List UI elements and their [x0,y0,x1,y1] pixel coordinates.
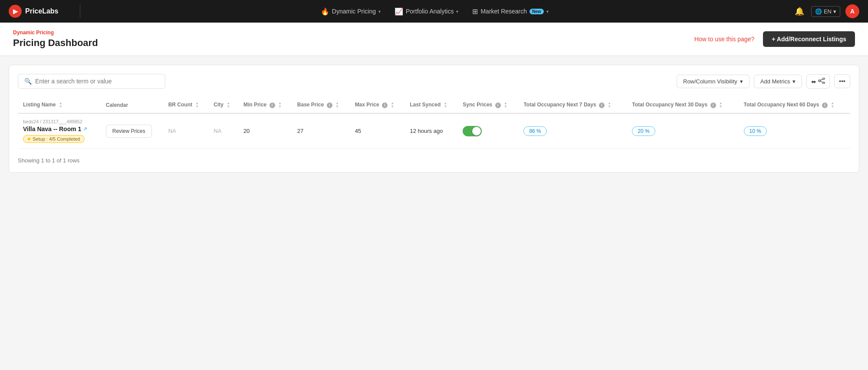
info-icon[interactable]: i [270,102,275,108]
info-icon[interactable]: i [822,102,828,108]
th-min-price-label: Min Price [243,102,266,108]
sort-arrows: ▲▼ [831,102,834,109]
th-occ-7[interactable]: Total Occupancy Next 7 Days i ▲▼ [518,97,627,113]
table-header: Listing Name ▲▼ Calendar BR Count ▲▼ Cit… [18,97,850,113]
cell-occ-30: 20 % [627,113,738,149]
th-occ-30-label: Total Occupancy Next 30 Days [632,102,707,108]
nav-item-portfolio-analytics[interactable]: 📈 Portfolio Analytics ▾ [389,5,464,18]
sort-arrows: ▲▼ [719,102,723,109]
sort-arrows: ▲▼ [444,102,447,109]
br-count-value: NA [168,128,176,134]
add-reconnect-listings-button[interactable]: + Add/Reconnect Listings [763,31,855,47]
listing-id: beds24 / 231317___489852 [23,119,95,124]
language-selector[interactable]: 🌐 EN ▾ [811,6,840,17]
occ-60-value: 10 % [744,126,767,136]
page-header: Dynamic Pricing Pricing Dashboard How to… [0,23,868,56]
flame-icon: 🔥 [321,7,329,16]
row-column-visibility-button[interactable]: Row/Column Visibility ▾ [677,75,750,88]
base-price-value: 27 [297,128,303,134]
logo-text: PriceLabs [25,7,58,15]
sync-prices-toggle[interactable] [463,126,482,136]
cell-max-price: 45 [350,113,405,149]
share-icon: ⬌ [811,78,816,85]
th-occ-7-label: Total Occupancy Next 7 Days [523,102,596,108]
showing-text: Showing 1 to 1 of 1 rows [18,157,79,164]
row-column-visibility-label: Row/Column Visibility [683,78,737,85]
nav-portfolio-analytics-label: Portfolio Analytics [406,8,454,15]
info-icon[interactable]: i [382,102,388,108]
search-box[interactable]: 🔍 [18,74,165,89]
svg-point-2 [819,80,820,82]
nav-market-research-label: Market Research [480,8,527,15]
user-avatar[interactable]: A [845,4,859,18]
analytics-icon: 📈 [395,7,403,16]
ellipsis-icon: ••• [839,78,845,85]
cell-listing-name: beds24 / 231317___489852 Villa Nava -- R… [18,113,101,149]
globe-icon: 🌐 [815,8,822,15]
external-link-icon[interactable]: ↗ [83,126,87,132]
info-icon[interactable]: i [327,102,332,108]
how-to-link[interactable]: How to use this page? [694,36,755,43]
svg-line-4 [820,81,823,82]
th-max-price[interactable]: Max Price i ▲▼ [350,97,405,113]
main-content: 🔍 Row/Column Visibility ▾ Add Metrics ▾ … [0,56,868,182]
th-min-price[interactable]: Min Price i ▲▼ [238,97,292,113]
cell-br-count: NA [163,113,209,149]
th-listing-name-label: Listing Name [23,102,56,108]
table-row: beds24 / 231317___489852 Villa Nava -- R… [18,113,850,149]
th-sync-prices[interactable]: Sync Prices i ▲▼ [457,97,518,113]
listing-name: Villa Nava -- Room 1 ↗ [23,126,95,132]
chevron-down-icon: ▾ [833,8,836,15]
th-occ-30[interactable]: Total Occupancy Next 30 Days i ▲▼ [627,97,738,113]
setup-badge-dot [28,138,30,140]
sort-arrows: ▲▼ [504,102,507,109]
add-metrics-label: Add Metrics [760,78,790,85]
chevron-down-icon: ▾ [378,9,381,14]
search-icon: 🔍 [24,78,32,85]
dashboard-card: 🔍 Row/Column Visibility ▾ Add Metrics ▾ … [9,65,859,173]
th-occ-60[interactable]: Total Occupancy Next 60 Days i ▲▼ [739,97,850,113]
lang-label: EN [824,8,832,15]
th-last-synced[interactable]: Last Synced ▲▼ [405,97,458,113]
cell-calendar: Review Prices [101,113,163,149]
info-icon[interactable]: i [599,102,605,108]
th-city[interactable]: City ▲▼ [208,97,238,113]
th-last-synced-label: Last Synced [410,102,441,108]
toolbar-right: Row/Column Visibility ▾ Add Metrics ▾ ⬌ [677,74,850,89]
nav-dynamic-pricing-label: Dynamic Pricing [332,8,376,15]
th-max-price-label: Max Price [355,102,379,108]
table-wrapper: Listing Name ▲▼ Calendar BR Count ▲▼ Cit… [18,97,850,149]
info-icon[interactable]: i [710,102,716,108]
review-prices-button[interactable]: Review Prices [106,125,152,138]
bell-icon[interactable]: 🔔 [793,5,806,18]
user-initial: A [850,8,855,15]
add-metrics-button[interactable]: Add Metrics ▾ [754,75,802,88]
info-icon[interactable]: i [495,102,501,108]
new-badge: New [529,9,544,14]
share-button[interactable]: ⬌ [806,74,830,89]
setup-badge[interactable]: Setup : 4/5 Completed [23,135,85,143]
svg-point-0 [823,78,825,79]
sort-arrows: ▲▼ [59,102,62,109]
chevron-down-icon: ▾ [740,78,743,85]
page-header-left: Dynamic Pricing Pricing Dashboard [13,30,98,49]
th-calendar-label: Calendar [106,102,128,108]
last-synced-value: 12 hours ago [410,128,443,134]
search-input[interactable] [35,78,159,85]
nav-item-market-research[interactable]: ⊞ Market Research New ▾ [467,5,553,18]
th-base-price[interactable]: Base Price i ▲▼ [292,97,350,113]
th-br-count[interactable]: BR Count ▲▼ [163,97,209,113]
th-calendar: Calendar [101,97,163,113]
more-options-button[interactable]: ••• [834,74,850,88]
th-listing-name[interactable]: Listing Name ▲▼ [18,97,101,113]
table-body: beds24 / 231317___489852 Villa Nava -- R… [18,113,850,149]
sort-arrows: ▲▼ [391,102,394,109]
navbar-center: 🔥 Dynamic Pricing ▾ 📈 Portfolio Analytic… [85,5,784,18]
logo[interactable]: ▶ PriceLabs [9,5,58,18]
table-footer: Showing 1 to 1 of 1 rows [18,157,850,164]
nav-item-dynamic-pricing[interactable]: 🔥 Dynamic Pricing ▾ [316,5,386,18]
svg-point-1 [823,82,825,84]
grid-icon: ⊞ [472,7,478,16]
share-icon-svg [818,78,825,84]
sort-arrows: ▲▼ [195,102,199,109]
